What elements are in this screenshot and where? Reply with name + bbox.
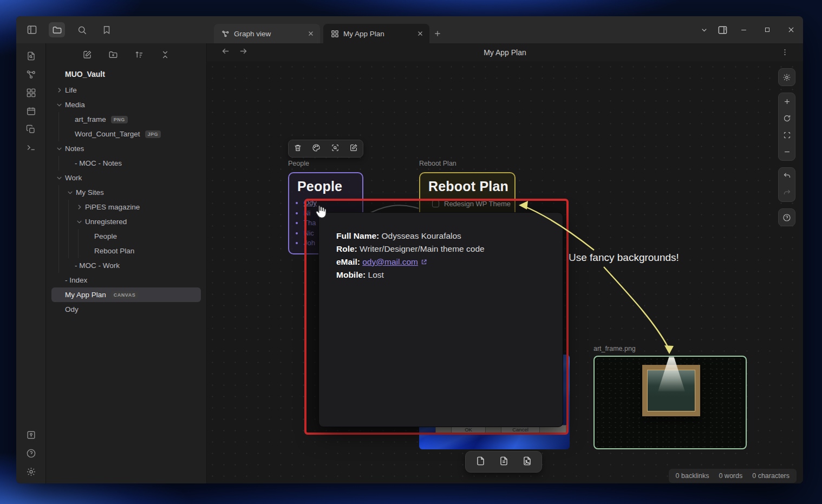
toggle-left-sidebar-button[interactable] xyxy=(24,22,40,37)
new-tab-button[interactable] xyxy=(429,24,446,43)
chevron-down-icon xyxy=(56,145,65,152)
toggle-right-sidebar-button[interactable] xyxy=(713,25,732,35)
edit-node-button[interactable] xyxy=(349,143,358,154)
daily-note-button[interactable] xyxy=(26,106,36,116)
zoom-to-selection-button[interactable] xyxy=(331,143,340,154)
canvas-help-button[interactable] xyxy=(779,209,795,226)
canvas-button[interactable] xyxy=(26,88,36,98)
redo-button[interactable] xyxy=(779,185,795,201)
word-count: 0 words xyxy=(719,472,742,480)
collapse-all-button[interactable] xyxy=(160,50,170,61)
tab-label: My App Plan xyxy=(343,30,412,38)
files-view-button[interactable] xyxy=(49,22,65,37)
close-button[interactable] xyxy=(779,16,803,43)
sidebar-right-icon xyxy=(717,25,728,35)
search-view-button[interactable] xyxy=(74,22,90,37)
tree-file-moc-work[interactable]: - MOC - Work xyxy=(59,258,206,273)
backlinks-count[interactable]: 0 backlinks xyxy=(676,472,709,480)
terminal-button[interactable] xyxy=(26,142,36,153)
redo-icon xyxy=(783,189,791,197)
new-folder-button[interactable] xyxy=(108,50,118,61)
tab-my-app-plan[interactable]: My App Plan xyxy=(323,24,429,43)
popover-row-role: Role: Writer/Designer/Main theme code xyxy=(336,243,546,256)
color-node-button[interactable] xyxy=(312,143,321,154)
tab-close-icon[interactable] xyxy=(416,30,424,37)
file-image-icon xyxy=(522,456,532,466)
canvas[interactable]: People People Ody Ni Tha Nic Joh Reboot … xyxy=(207,61,803,483)
titlebar: Graph view My App Plan xyxy=(16,16,803,43)
templates-button[interactable] xyxy=(26,125,36,134)
tab-close-icon[interactable] xyxy=(307,30,315,37)
gear-icon xyxy=(26,467,36,477)
vault-switcher-button[interactable] xyxy=(26,430,36,440)
file-explorer: MUO_Vault Life Media art_framePNG Word_C… xyxy=(46,43,207,483)
reset-zoom-button[interactable] xyxy=(779,110,795,127)
rotate-cw-icon xyxy=(783,114,791,122)
node-toolbar xyxy=(288,140,363,158)
delete-node-button[interactable] xyxy=(293,143,302,154)
zoom-out-button[interactable] xyxy=(779,143,795,160)
terminal-icon xyxy=(26,142,36,153)
tree-file-people[interactable]: People xyxy=(79,229,206,244)
tree-folder-pipes-magazine[interactable]: PiPES magazine xyxy=(69,200,206,214)
sidebar-left-icon xyxy=(27,24,37,35)
canvas-bottom-toolbar xyxy=(465,451,542,473)
layout-grid-icon xyxy=(26,88,36,98)
tab-graph-view[interactable]: Graph view xyxy=(214,24,320,43)
tree-folder-unregistered[interactable]: Unregistered xyxy=(69,214,206,229)
tree-folder-media[interactable]: Media xyxy=(46,97,206,112)
add-media-button[interactable] xyxy=(522,456,532,468)
settings-button[interactable] xyxy=(26,467,36,477)
email-link[interactable]: ody@mail.com xyxy=(362,257,418,266)
tab-label: Graph view xyxy=(234,30,303,38)
minimize-button[interactable] xyxy=(732,16,755,43)
minus-icon xyxy=(783,148,791,156)
canvas-icon xyxy=(331,30,339,38)
add-card-button[interactable] xyxy=(475,456,486,468)
zoom-to-fit-button[interactable] xyxy=(779,127,795,143)
chevron-down-icon xyxy=(56,174,65,181)
new-note-button[interactable] xyxy=(82,50,92,61)
maximize-button[interactable] xyxy=(755,16,779,43)
chevron-down-icon xyxy=(76,218,85,225)
chevron-right-icon xyxy=(76,204,85,211)
calendar-icon xyxy=(26,106,36,116)
tree-file-index[interactable]: - Index xyxy=(46,273,206,287)
fancy-backgrounds-text-node[interactable]: Use fancy backgrounds! xyxy=(569,252,679,264)
bookmarks-view-button[interactable] xyxy=(99,22,115,37)
close-icon xyxy=(787,26,795,34)
quick-switcher-button[interactable] xyxy=(26,51,36,61)
tab-list-button[interactable] xyxy=(695,26,713,34)
undo-button[interactable] xyxy=(779,168,795,185)
popover-row-full-name: Full Name: Odysseas Kourafalos xyxy=(336,230,546,243)
gear-icon xyxy=(782,73,791,82)
vault-name[interactable]: MUO_Vault xyxy=(46,69,206,83)
tree-file-my-app-plan[interactable]: My App PlanCANVAS xyxy=(51,287,201,302)
copy-icon xyxy=(26,125,36,134)
graph-view-button[interactable] xyxy=(26,69,36,80)
tree-folder-work[interactable]: Work xyxy=(46,171,206,185)
tree-folder-life[interactable]: Life xyxy=(46,83,206,97)
chevron-right-icon xyxy=(56,87,65,94)
art-frame-image-node[interactable] xyxy=(593,356,747,449)
file-icon xyxy=(475,456,486,466)
file-text-icon xyxy=(499,456,509,466)
expand-icon xyxy=(783,131,791,139)
people-card-title: People xyxy=(289,173,362,195)
tree-file-word-count-target[interactable]: Word_Count_TargetJPG xyxy=(59,127,206,141)
tree-folder-notes[interactable]: Notes xyxy=(46,141,206,156)
more-options-button[interactable] xyxy=(781,48,789,56)
tree-file-ody[interactable]: Ody xyxy=(46,302,206,317)
tree-file-art-frame[interactable]: art_framePNG xyxy=(59,112,206,127)
file-search-icon xyxy=(26,51,36,61)
tree-file-moc-notes[interactable]: - MOC - Notes xyxy=(59,156,206,171)
view-header: My App Plan xyxy=(207,43,803,61)
zoom-in-button[interactable] xyxy=(779,93,795,110)
tree-folder-my-sites[interactable]: My Sites xyxy=(59,185,206,200)
add-note-button[interactable] xyxy=(499,456,509,468)
canvas-settings-button[interactable] xyxy=(779,69,795,86)
file-type-badge: JPG xyxy=(145,130,161,138)
tree-file-reboot-plan[interactable]: Reboot Plan xyxy=(79,244,206,258)
help-button[interactable] xyxy=(26,448,36,459)
sort-button[interactable] xyxy=(134,50,144,61)
